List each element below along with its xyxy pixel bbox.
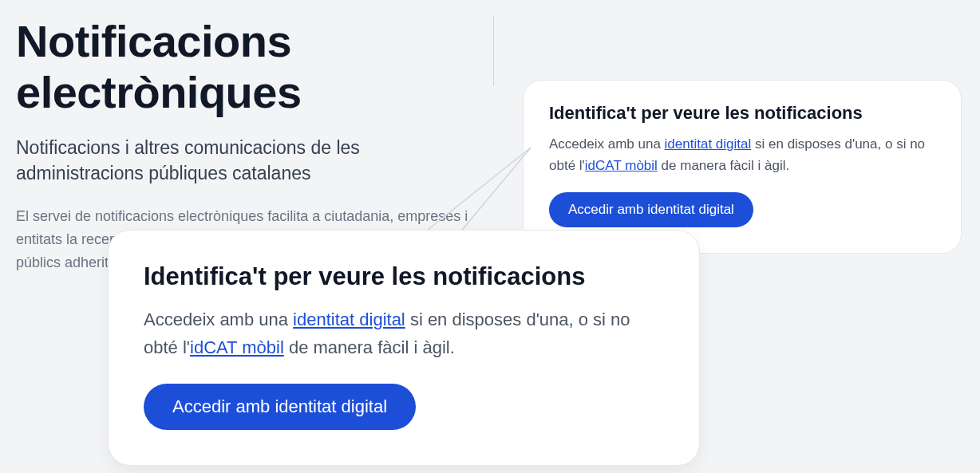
- page-title: Notificacions electròniques: [16, 16, 471, 119]
- access-digital-identity-button[interactable]: Accedir amb identitat digital: [549, 192, 753, 227]
- idcat-mobil-link-zoomed[interactable]: idCAT mòbil: [190, 337, 284, 357]
- idcat-mobil-link[interactable]: idCAT mòbil: [585, 158, 658, 173]
- identitat-digital-link-zoomed[interactable]: identitat digital: [293, 309, 405, 329]
- identify-card-zoomed: Identifica't per veure les notificacions…: [108, 230, 700, 466]
- identitat-digital-link[interactable]: identitat digital: [665, 136, 752, 152]
- vertical-divider: [493, 16, 494, 86]
- identify-card: Identifica't per veure les notificacions…: [523, 80, 962, 254]
- card-desc-pre: Accedeix amb una: [549, 136, 665, 152]
- identify-card-zoomed-title: Identifica't per veure les notificacions: [144, 262, 664, 291]
- identify-card-title: Identifica't per veure les notificacions: [549, 103, 935, 124]
- card-desc-post: de manera fàcil i àgil.: [658, 158, 789, 173]
- page-subtitle: Notificacions i altres comunicacions de …: [16, 135, 471, 186]
- identify-card-description: Accedeix amb una identitat digital si en…: [549, 133, 935, 176]
- identify-card-zoomed-description: Accedeix amb una identitat digital si en…: [144, 305, 664, 361]
- access-digital-identity-button-zoomed[interactable]: Accedir amb identitat digital: [144, 384, 416, 430]
- card-zoomed-desc-pre: Accedeix amb una: [144, 309, 293, 329]
- card-zoomed-desc-post: de manera fàcil i àgil.: [284, 337, 455, 357]
